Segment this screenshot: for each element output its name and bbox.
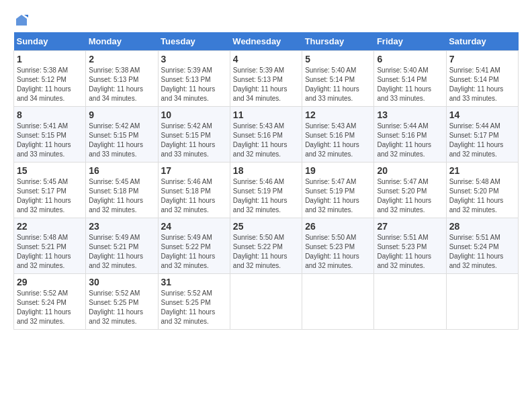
- daylight-label: Daylight: 11 hours and 32 minutes.: [17, 197, 71, 214]
- daylight-label: Daylight: 11 hours and 32 minutes.: [377, 197, 431, 214]
- sunset-label: Sunset: 5:16 PM: [305, 132, 355, 139]
- calendar-cell: 20 Sunrise: 5:47 AM Sunset: 5:20 PM Dayl…: [374, 163, 446, 218]
- day-number: 11: [233, 109, 299, 120]
- day-info: Sunrise: 5:46 AM Sunset: 5:19 PM Dayligh…: [233, 177, 299, 215]
- week-row-4: 22 Sunrise: 5:48 AM Sunset: 5:21 PM Dayl…: [14, 218, 519, 274]
- day-info: Sunrise: 5:42 AM Sunset: 5:15 PM Dayligh…: [161, 122, 227, 159]
- day-number: 4: [233, 54, 299, 64]
- sunrise-label: Sunrise: 5:46 AM: [233, 178, 284, 185]
- calendar-cell: 25 Sunrise: 5:50 AM Sunset: 5:22 PM Dayl…: [230, 218, 302, 274]
- day-number: 31: [161, 277, 227, 287]
- week-row-2: 8 Sunrise: 5:41 AM Sunset: 5:15 PM Dayli…: [14, 107, 519, 163]
- sunset-label: Sunset: 5:24 PM: [449, 243, 499, 250]
- day-number: 22: [17, 221, 83, 232]
- day-info: Sunrise: 5:46 AM Sunset: 5:18 PM Dayligh…: [161, 177, 227, 215]
- day-info: Sunrise: 5:45 AM Sunset: 5:18 PM Dayligh…: [89, 177, 154, 215]
- calendar-cell: 10 Sunrise: 5:42 AM Sunset: 5:15 PM Dayl…: [158, 107, 230, 163]
- calendar-cell: 2 Sunrise: 5:38 AM Sunset: 5:13 PM Dayli…: [86, 51, 158, 107]
- week-row-5: 29 Sunrise: 5:52 AM Sunset: 5:24 PM Dayl…: [14, 274, 519, 330]
- calendar-cell: 27 Sunrise: 5:51 AM Sunset: 5:23 PM Dayl…: [374, 218, 446, 274]
- daylight-label: Daylight: 11 hours and 33 minutes.: [89, 141, 143, 158]
- sunrise-label: Sunrise: 5:47 AM: [305, 178, 356, 185]
- sunset-label: Sunset: 5:13 PM: [89, 76, 138, 83]
- sunrise-label: Sunrise: 5:39 AM: [161, 66, 212, 74]
- daylight-label: Daylight: 11 hours and 33 minutes.: [305, 85, 359, 102]
- daylight-label: Daylight: 11 hours and 32 minutes.: [233, 253, 287, 269]
- sunset-label: Sunset: 5:17 PM: [449, 132, 499, 139]
- calendar-cell: 15 Sunrise: 5:45 AM Sunset: 5:17 PM Dayl…: [14, 163, 86, 218]
- calendar-cell: 5 Sunrise: 5:40 AM Sunset: 5:14 PM Dayli…: [302, 51, 374, 107]
- day-number: 1: [17, 54, 83, 64]
- calendar-cell: [302, 274, 374, 330]
- day-header-tuesday: Tuesday: [158, 32, 230, 51]
- calendar-cell: 9 Sunrise: 5:42 AM Sunset: 5:15 PM Dayli…: [86, 107, 158, 163]
- day-number: 27: [377, 221, 443, 232]
- daylight-label: Daylight: 11 hours and 32 minutes.: [89, 308, 143, 325]
- daylight-label: Daylight: 11 hours and 32 minutes.: [161, 197, 216, 214]
- daylight-label: Daylight: 11 hours and 34 minutes.: [161, 85, 216, 102]
- sunset-label: Sunset: 5:20 PM: [377, 187, 427, 195]
- sunset-label: Sunset: 5:23 PM: [377, 243, 427, 250]
- week-row-3: 15 Sunrise: 5:45 AM Sunset: 5:17 PM Dayl…: [14, 163, 519, 218]
- day-info: Sunrise: 5:38 AM Sunset: 5:12 PM Dayligh…: [17, 66, 83, 103]
- day-info: Sunrise: 5:44 AM Sunset: 5:17 PM Dayligh…: [449, 122, 515, 159]
- sunrise-label: Sunrise: 5:51 AM: [449, 234, 500, 241]
- day-number: 16: [89, 165, 154, 176]
- calendar-cell: 29 Sunrise: 5:52 AM Sunset: 5:24 PM Dayl…: [14, 274, 86, 330]
- day-header-thursday: Thursday: [302, 32, 374, 51]
- day-number: 14: [449, 109, 515, 120]
- day-number: 13: [377, 109, 443, 120]
- sunrise-label: Sunrise: 5:47 AM: [377, 178, 428, 185]
- day-info: Sunrise: 5:43 AM Sunset: 5:16 PM Dayligh…: [305, 122, 371, 159]
- day-info: Sunrise: 5:42 AM Sunset: 5:15 PM Dayligh…: [89, 122, 154, 159]
- day-number: 26: [305, 221, 371, 232]
- daylight-label: Daylight: 11 hours and 32 minutes.: [305, 197, 359, 214]
- sunset-label: Sunset: 5:13 PM: [233, 76, 283, 83]
- logo: [13, 13, 28, 27]
- day-number: 7: [449, 54, 515, 64]
- day-info: Sunrise: 5:52 AM Sunset: 5:25 PM Dayligh…: [161, 289, 227, 326]
- sunrise-label: Sunrise: 5:38 AM: [89, 66, 140, 74]
- day-number: 10: [161, 109, 227, 120]
- day-number: 3: [161, 54, 227, 64]
- sunset-label: Sunset: 5:22 PM: [233, 243, 283, 250]
- sunrise-label: Sunrise: 5:49 AM: [89, 234, 140, 241]
- day-number: 23: [89, 221, 154, 232]
- day-number: 17: [161, 165, 227, 176]
- sunset-label: Sunset: 5:13 PM: [161, 76, 211, 83]
- calendar-cell: 11 Sunrise: 5:43 AM Sunset: 5:16 PM Dayl…: [230, 107, 302, 163]
- calendar-cell: 6 Sunrise: 5:40 AM Sunset: 5:14 PM Dayli…: [374, 51, 446, 107]
- sunset-label: Sunset: 5:17 PM: [17, 187, 66, 195]
- day-number: 18: [233, 165, 299, 176]
- sunset-label: Sunset: 5:15 PM: [161, 132, 211, 139]
- sunrise-label: Sunrise: 5:39 AM: [233, 66, 284, 74]
- calendar-cell: 3 Sunrise: 5:39 AM Sunset: 5:13 PM Dayli…: [158, 51, 230, 107]
- sunrise-label: Sunrise: 5:43 AM: [305, 122, 356, 130]
- day-info: Sunrise: 5:49 AM Sunset: 5:21 PM Dayligh…: [89, 233, 154, 271]
- sunrise-label: Sunrise: 5:52 AM: [89, 289, 140, 297]
- daylight-label: Daylight: 11 hours and 34 minutes.: [17, 85, 71, 102]
- sunset-label: Sunset: 5:16 PM: [377, 132, 427, 139]
- day-number: 6: [377, 54, 443, 64]
- day-info: Sunrise: 5:40 AM Sunset: 5:14 PM Dayligh…: [377, 66, 443, 103]
- sunset-label: Sunset: 5:25 PM: [161, 299, 211, 306]
- calendar-cell: 19 Sunrise: 5:47 AM Sunset: 5:19 PM Dayl…: [302, 163, 374, 218]
- calendar-cell: 14 Sunrise: 5:44 AM Sunset: 5:17 PM Dayl…: [446, 107, 518, 163]
- calendar-cell: 12 Sunrise: 5:43 AM Sunset: 5:16 PM Dayl…: [302, 107, 374, 163]
- sunset-label: Sunset: 5:12 PM: [17, 76, 66, 83]
- daylight-label: Daylight: 11 hours and 32 minutes.: [233, 197, 287, 214]
- day-number: 19: [305, 165, 371, 176]
- daylight-label: Daylight: 11 hours and 32 minutes.: [377, 253, 431, 269]
- sunrise-label: Sunrise: 5:41 AM: [17, 122, 68, 130]
- calendar-table: SundayMondayTuesdayWednesdayThursdayFrid…: [13, 32, 519, 330]
- daylight-label: Daylight: 11 hours and 34 minutes.: [233, 85, 287, 102]
- day-info: Sunrise: 5:47 AM Sunset: 5:19 PM Dayligh…: [305, 177, 371, 215]
- sunset-label: Sunset: 5:18 PM: [89, 187, 138, 195]
- daylight-label: Daylight: 11 hours and 32 minutes.: [161, 253, 216, 269]
- sunset-label: Sunset: 5:23 PM: [305, 243, 355, 250]
- sunset-label: Sunset: 5:14 PM: [305, 76, 355, 83]
- day-number: 2: [89, 54, 154, 64]
- calendar-cell: 18 Sunrise: 5:46 AM Sunset: 5:19 PM Dayl…: [230, 163, 302, 218]
- day-info: Sunrise: 5:52 AM Sunset: 5:25 PM Dayligh…: [89, 289, 154, 326]
- daylight-label: Daylight: 11 hours and 32 minutes.: [305, 141, 359, 158]
